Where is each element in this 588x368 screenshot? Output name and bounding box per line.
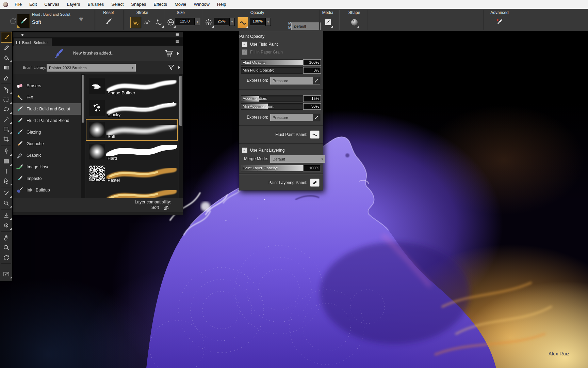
tool-fx-brush[interactable] [0, 188, 12, 198]
restore-default-variant-icon[interactable] [8, 16, 17, 25]
grain-icon[interactable] [203, 17, 214, 28]
straight-line-stroke-button[interactable] [142, 17, 152, 28]
opacity-flyout-button[interactable] [238, 17, 248, 28]
filter-funnel-icon[interactable] [167, 63, 175, 72]
brush-library-dropdown[interactable]: Painter 2023 Brushes▾ [47, 64, 136, 72]
tool-rotate-page[interactable] [0, 252, 12, 262]
brush-variant-blocky[interactable]: Blocky [86, 97, 178, 119]
tool-lasso[interactable] [0, 105, 12, 114]
brush-variant-hard[interactable]: Hard [86, 141, 178, 163]
cart-flyout-arrow-icon[interactable] [177, 52, 179, 55]
min-accumulation-slider[interactable]: Min Accumulation: [241, 103, 305, 110]
size-input[interactable]: 125.0 [175, 18, 195, 25]
merge-mode-dropdown[interactable]: Default▾ [291, 22, 321, 30]
brush-category-image-hose[interactable]: Image Hose [13, 161, 81, 173]
tool-paint-bucket[interactable] [0, 53, 12, 63]
menu-layers[interactable]: Layers [63, 0, 84, 9]
brush-variant-partial[interactable] [86, 184, 178, 198]
panel-options-icon[interactable] [174, 39, 181, 44]
menu-canvas[interactable]: Canvas [40, 0, 63, 9]
variant-scrollbar[interactable] [179, 74, 183, 198]
tool-brush[interactable] [1, 32, 12, 43]
brush-category-ink-buildup[interactable]: Ink : Buildup [13, 184, 81, 196]
panel-close-icon[interactable] [16, 41, 20, 45]
paint-layer-opacity-value[interactable]: 100% [303, 165, 321, 171]
grain-input[interactable]: 25% [214, 18, 229, 25]
tool-rect-select[interactable] [0, 95, 12, 105]
paint-layer-opacity-slider[interactable]: Paint Layer Opacity: [241, 165, 305, 171]
brush-category-glazing[interactable]: Glazing [13, 126, 81, 138]
category-scrollbar[interactable] [81, 74, 85, 198]
accumulation-value[interactable]: 15% [303, 95, 321, 102]
tool-pen[interactable] [0, 147, 12, 156]
menu-effects[interactable]: Effects [150, 0, 171, 9]
min-accumulation-value[interactable]: 30% [303, 103, 321, 110]
tool-crop[interactable] [0, 134, 12, 144]
checkbox-box[interactable]: ✓ [242, 42, 247, 47]
tool-shape-select[interactable] [0, 176, 12, 186]
fluid-opacity-value[interactable]: 100% [303, 59, 321, 66]
shape-flyout-button[interactable] [349, 17, 359, 28]
brush-variant-soft[interactable]: Soft [86, 119, 178, 141]
dab-options-button[interactable] [153, 17, 164, 28]
fill-in-paper-grain-checkbox[interactable]: ✓Fill in Paper Grain [239, 49, 323, 55]
expression-dropdown-1[interactable]: Pressure▾ [270, 77, 316, 85]
painter-app-icon[interactable] [3, 2, 8, 7]
fluid-paint-panel-button[interactable] [310, 131, 320, 139]
freehand-stroke-button[interactable] [130, 17, 141, 28]
tool-canvas-navigator[interactable] [0, 269, 12, 279]
menu-file[interactable]: File [11, 0, 26, 9]
min-fluid-opacity-slider[interactable]: Min Fluid Opacity: [241, 67, 305, 74]
menu-help[interactable]: Help [213, 0, 230, 9]
filter-flyout-arrow-icon[interactable] [178, 66, 180, 69]
menu-brushes[interactable]: Brushes [84, 0, 108, 9]
favorite-heart-icon[interactable]: ♥ [79, 15, 83, 23]
palette-menu-icon[interactable] [174, 32, 181, 37]
size-icon[interactable] [165, 17, 176, 28]
tool-transform[interactable] [0, 124, 12, 134]
brush-variant-pastel[interactable]: Pastel [86, 163, 178, 184]
accumulation-slider[interactable]: Accumulation: [241, 95, 305, 102]
tool-cloner[interactable] [0, 198, 12, 208]
tab-brush-selector[interactable]: Brush Selector [14, 39, 52, 46]
checkbox-box[interactable]: ✓ [242, 148, 247, 153]
menu-shapes[interactable]: Shapes [127, 0, 150, 9]
brush-category-f-x[interactable]: F-X [13, 92, 81, 103]
advanced-brush-controls-button[interactable] [494, 17, 504, 28]
new-brushes-banner[interactable]: New brushes added... [13, 46, 183, 61]
expression-dropdown-2[interactable]: Pressure▾ [270, 114, 316, 121]
opacity-dropdown-arrow[interactable]: ▾ [265, 18, 271, 26]
menu-movie[interactable]: Movie [171, 0, 190, 9]
paint-layering-panel-button[interactable] [310, 179, 320, 187]
expression-invert-icon[interactable] [313, 77, 320, 85]
panel-resize-strip[interactable] [13, 212, 183, 215]
opacity-input[interactable]: 100% [250, 18, 265, 25]
brush-category-erasers[interactable]: Erasers [13, 80, 81, 92]
brush-preview-tile[interactable] [17, 14, 30, 28]
grain-dropdown-arrow[interactable]: ▾ [229, 18, 235, 26]
tool-perspective[interactable] [0, 220, 12, 230]
tool-dropper[interactable] [0, 43, 12, 53]
tool-rect-shape[interactable] [0, 156, 12, 166]
use-fluid-paint-checkbox[interactable]: ✓Use Fluid Paint [239, 42, 323, 47]
fluid-opacity-slider[interactable]: Fluid Opacity: [241, 59, 305, 66]
brush-variant-shape-builder[interactable]: Shape Builder [86, 75, 178, 97]
brush-category-graphic[interactable]: Graphic [13, 150, 81, 161]
brush-category-fluid-build-and-sculpt[interactable]: Fluid : Build and Sculpt [13, 103, 81, 115]
tool-magic-wand[interactable] [0, 114, 12, 124]
tool-layer-adjuster[interactable] [0, 85, 12, 95]
tool-eraser[interactable] [0, 73, 12, 82]
tool-magnifier[interactable] [0, 243, 12, 252]
panel-merge-mode-dropdown[interactable]: Default▾ [270, 155, 325, 163]
checkbox-box[interactable]: ✓ [242, 49, 247, 55]
min-fluid-opacity-value[interactable]: 0% [303, 67, 321, 74]
reset-brush-button[interactable] [104, 17, 113, 26]
tool-text[interactable] [0, 166, 12, 176]
expression-invert-icon[interactable] [313, 114, 320, 121]
menu-edit[interactable]: Edit [26, 0, 40, 9]
use-paint-layering-checkbox[interactable]: ✓Use Paint Layering [239, 148, 323, 153]
tool-mirror-painting[interactable] [0, 211, 12, 220]
tool-grabber-hand[interactable] [0, 233, 12, 243]
menu-select[interactable]: Select [108, 0, 127, 9]
media-flyout-button[interactable] [323, 17, 333, 28]
